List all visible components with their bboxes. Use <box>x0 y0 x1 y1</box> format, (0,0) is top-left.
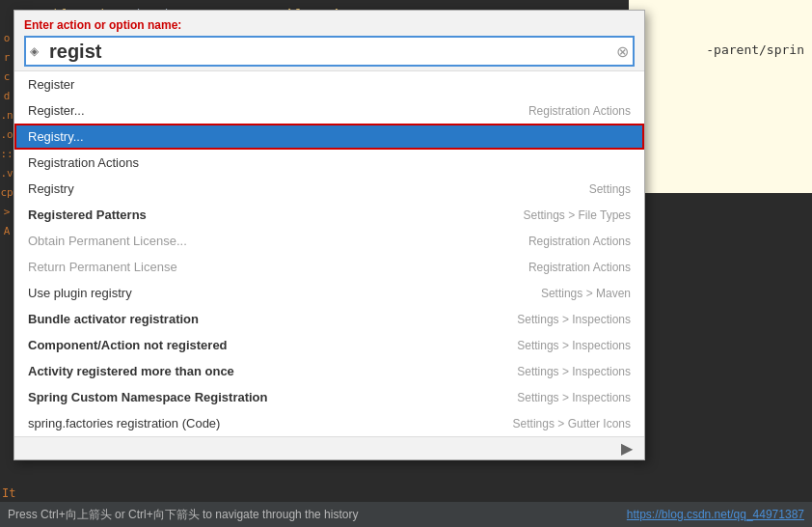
item-name: Use plugin registry <box>28 286 132 300</box>
result-item-bundle-activator[interactable]: Bundle activator registration Settings >… <box>14 306 644 332</box>
item-name: Spring Custom Namespace Registration <box>28 390 268 404</box>
result-item-register[interactable]: Register <box>14 71 644 97</box>
result-item-obtain-license[interactable]: Obtain Permanent License... Registration… <box>14 228 644 254</box>
item-category: Settings <box>589 182 631 196</box>
result-item-component-action[interactable]: Component/Action not registered Settings… <box>14 332 644 358</box>
result-item-registry-dots[interactable]: Registry... <box>14 124 644 150</box>
result-item-return-license[interactable]: Return Permanent License Registration Ac… <box>14 254 644 280</box>
result-item-spring-namespace[interactable]: Spring Custom Namespace Registration Set… <box>14 384 644 410</box>
status-left-text: Press Ctrl+向上箭头 or Ctrl+向下箭头 to navigate… <box>8 507 358 523</box>
item-name: Component/Action not registered <box>28 338 228 352</box>
result-item-use-plugin-registry[interactable]: Use plugin registry Settings > Maven <box>14 280 644 306</box>
item-name: Register <box>28 77 74 92</box>
result-item-activity-registered[interactable]: Activity registered more than once Setti… <box>14 358 644 384</box>
item-category: Registration Actions <box>528 235 631 248</box>
dialog-title: Enter action or option name: <box>24 18 635 32</box>
item-name: Registry... <box>28 129 84 144</box>
item-name: Obtain Permanent License... <box>28 234 187 248</box>
search-input[interactable] <box>24 36 635 67</box>
item-category: Settings > Inspections <box>517 365 631 378</box>
item-category: Settings > File Types <box>523 208 631 222</box>
result-item-spring-factories[interactable]: spring.factories registration (Code) Set… <box>14 410 644 436</box>
more-results-arrow[interactable]: ▶ <box>14 436 644 459</box>
dialog-header: Enter action or option name: ◈ ⊗ <box>14 11 644 70</box>
item-category: Settings > Inspections <box>517 391 631 404</box>
search-box-wrapper: ◈ ⊗ <box>24 36 635 67</box>
item-category: Settings > Inspections <box>517 313 631 326</box>
item-category: Settings > Inspections <box>517 339 631 352</box>
item-category: Settings > Gutter Icons <box>513 417 631 430</box>
item-name: Registered Patterns <box>28 208 147 222</box>
item-name: Register... <box>28 103 85 118</box>
arrow-right-icon: ▶ <box>621 439 633 458</box>
dialog-overlay: Enter action or option name: ◈ ⊗ Registe… <box>0 0 812 527</box>
search-icon: ◈ <box>30 44 39 58</box>
item-name: Bundle activator registration <box>28 312 199 326</box>
result-item-registry[interactable]: Registry Settings <box>14 176 644 202</box>
search-dialog: Enter action or option name: ◈ ⊗ Registe… <box>14 10 645 460</box>
item-name: Return Permanent License <box>28 260 177 274</box>
item-category: Registration Actions <box>528 261 631 274</box>
item-category: Registration Actions <box>528 104 631 118</box>
result-item-registration-actions[interactable]: Registration Actions <box>14 150 644 176</box>
it-label: It <box>2 486 15 500</box>
item-name: Registration Actions <box>28 155 139 170</box>
item-name: spring.factories registration (Code) <box>28 416 220 430</box>
results-list: Register Register... Registration Action… <box>14 70 644 436</box>
result-item-registered-patterns[interactable]: Registered Patterns Settings > File Type… <box>14 202 644 228</box>
result-item-register-dots[interactable]: Register... Registration Actions <box>14 97 644 124</box>
item-name: Registry <box>28 181 74 196</box>
status-bar: Press Ctrl+向上箭头 or Ctrl+向下箭头 to navigate… <box>0 502 812 527</box>
item-category: Settings > Maven <box>541 287 631 300</box>
clear-icon[interactable]: ⊗ <box>616 42 629 61</box>
status-right-link[interactable]: https://blog.csdn.net/qq_44971387 <box>627 508 804 521</box>
item-name: Activity registered more than once <box>28 364 234 378</box>
